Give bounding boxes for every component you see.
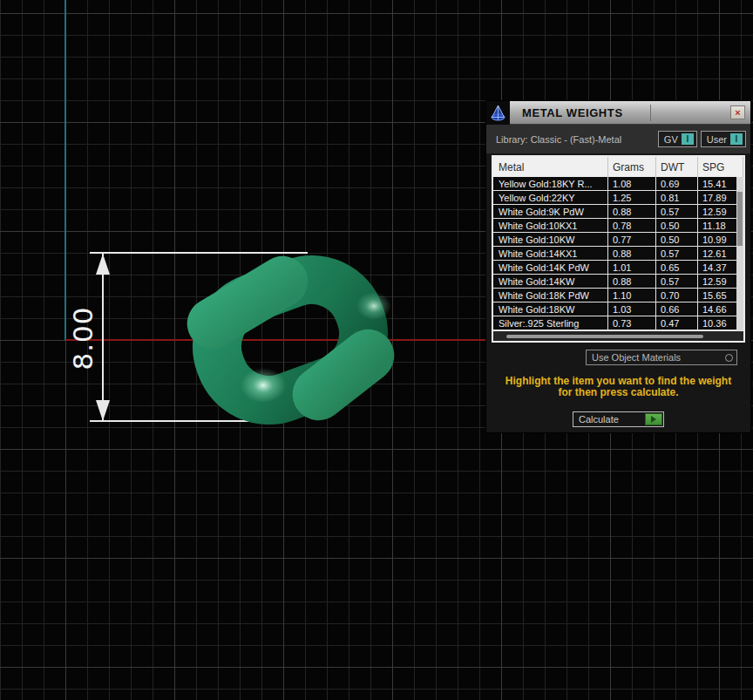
titlebar-divider xyxy=(650,105,651,121)
cell-grams: 1.10 xyxy=(608,289,656,302)
cell-metal: White Gold:14K PdW xyxy=(493,261,608,274)
metal-weights-icon xyxy=(486,101,510,125)
cell-metal: White Gold:18KW xyxy=(493,302,608,316)
dialog-titlebar[interactable]: METAL WEIGHTS × xyxy=(486,101,750,125)
cell-grams: 1.08 xyxy=(608,177,656,190)
ring-model[interactable] xyxy=(170,240,410,436)
cell-dwt: 0.81 xyxy=(656,191,698,204)
close-icon[interactable]: × xyxy=(730,105,745,119)
column-header-spg[interactable]: SPG xyxy=(698,157,743,177)
gv-toggle-button[interactable]: GV I xyxy=(658,131,697,147)
cell-metal: Silver:.925 Sterling xyxy=(493,316,608,330)
table-horizontal-scrollbar[interactable] xyxy=(493,330,743,341)
table-row[interactable]: Yellow Gold:18KY R... 1.08 0.69 15.41 xyxy=(493,177,743,191)
user-toggle-label: User xyxy=(707,134,727,145)
table-row[interactable]: Yellow Gold:22KY 1.25 0.81 17.89 xyxy=(493,191,743,205)
table-row[interactable]: White Gold:18KW 1.03 0.66 14.66 xyxy=(493,302,743,316)
cell-dwt: 0.66 xyxy=(656,302,698,316)
cell-dwt: 0.65 xyxy=(656,261,698,274)
cell-metal: Yellow Gold:18KY R... xyxy=(493,177,608,190)
cell-grams: 0.78 xyxy=(608,219,656,232)
table-row[interactable]: White Gold:14KX1 0.88 0.57 12.61 xyxy=(493,247,743,261)
table-row[interactable]: White Gold:10KX1 0.78 0.50 11.18 xyxy=(493,219,743,233)
calculate-button[interactable]: Calculate xyxy=(573,411,664,427)
library-row: Library: Classic - (Fast)-Metal GV I Use… xyxy=(486,125,750,153)
column-header-dwt[interactable]: DWT xyxy=(656,157,698,177)
metal-weights-dialog: METAL WEIGHTS × Library: Classic - (Fast… xyxy=(485,100,751,433)
table-row[interactable]: White Gold:18K PdW 1.10 0.70 15.65 xyxy=(493,289,743,302)
radio-circle-icon xyxy=(725,354,733,362)
column-header-grams[interactable]: Grams xyxy=(608,157,656,177)
ring-highlight xyxy=(356,292,391,320)
table-row[interactable]: Silver:.925 Sterling 0.73 0.47 10.36 xyxy=(493,316,743,330)
cell-grams: 0.88 xyxy=(608,247,656,260)
cell-grams: 1.01 xyxy=(608,261,656,274)
horizontal-scrollbar-thumb[interactable] xyxy=(506,335,703,338)
cell-grams: 0.77 xyxy=(608,233,656,246)
cell-dwt: 0.50 xyxy=(656,219,698,232)
cell-dwt: 0.70 xyxy=(656,289,698,302)
cell-metal: White Gold:18K PdW xyxy=(493,289,608,302)
cell-dwt: 0.57 xyxy=(656,247,698,260)
dimension-value: 8.00 xyxy=(67,306,98,370)
dialog-title: METAL WEIGHTS xyxy=(522,106,623,119)
cell-metal: White Gold:9K PdW xyxy=(493,205,608,218)
cell-grams: 0.73 xyxy=(608,316,656,330)
cell-dwt: 0.69 xyxy=(656,177,698,190)
metal-weights-table: Metal Grams DWT SPG Yellow Gold:18KY R..… xyxy=(492,155,745,343)
cell-metal: White Gold:14KX1 xyxy=(493,247,608,260)
table-row[interactable]: White Gold:14K PdW 1.01 0.65 14.37 xyxy=(493,261,743,275)
dimension-line xyxy=(102,253,104,422)
gv-toggle-indicator[interactable]: I xyxy=(682,133,694,145)
cell-dwt: 0.50 xyxy=(656,233,698,246)
table-vertical-scrollbar[interactable] xyxy=(736,177,743,332)
play-icon xyxy=(645,413,662,425)
column-header-metal[interactable]: Metal xyxy=(493,157,608,177)
table-row[interactable]: White Gold:9K PdW 0.88 0.57 12.59 xyxy=(493,205,743,219)
cell-grams: 1.03 xyxy=(608,302,656,316)
table-header-row: Metal Grams DWT SPG xyxy=(493,157,743,177)
instruction-text: Highlight the item you want to find the … xyxy=(486,376,750,398)
table-row[interactable]: White Gold:10KW 0.77 0.50 10.99 xyxy=(493,233,743,247)
dimension-arrow-down-icon xyxy=(96,400,110,421)
calculate-button-label: Calculate xyxy=(574,414,619,425)
vertical-scrollbar-thumb[interactable] xyxy=(737,192,743,246)
use-object-materials-label: Use Object Materials xyxy=(592,352,681,363)
dimension-arrow-up-icon xyxy=(96,254,110,275)
user-toggle-button[interactable]: User I xyxy=(701,131,746,147)
y-axis-line xyxy=(64,0,66,341)
cell-metal: White Gold:10KW xyxy=(493,233,608,246)
cell-grams: 1.25 xyxy=(608,191,656,204)
use-object-materials-button[interactable]: Use Object Materials xyxy=(586,350,737,365)
instruction-line-2: for then press calculate. xyxy=(486,387,750,398)
cell-dwt: 0.57 xyxy=(656,205,698,218)
ring-flat-face-top xyxy=(178,247,317,358)
cell-dwt: 0.47 xyxy=(656,316,698,330)
library-label: Library: Classic - (Fast)-Metal xyxy=(496,134,621,145)
cell-metal: White Gold:14KW xyxy=(493,275,608,288)
table-row[interactable]: White Gold:14KW 0.88 0.57 12.59 xyxy=(493,275,743,289)
cell-grams: 0.88 xyxy=(608,205,656,218)
table-body: Yellow Gold:18KY R... 1.08 0.69 15.41 Ye… xyxy=(493,177,743,330)
cell-metal: Yellow Gold:22KY xyxy=(493,191,608,204)
cell-metal: White Gold:10KX1 xyxy=(493,219,608,232)
user-toggle-indicator[interactable]: I xyxy=(730,133,743,145)
cell-grams: 0.88 xyxy=(608,275,656,288)
cell-dwt: 0.57 xyxy=(656,275,698,288)
gv-toggle-label: GV xyxy=(664,134,678,145)
ring-highlight xyxy=(241,368,286,403)
viewport-canvas[interactable]: 8.00 xyxy=(0,0,753,700)
